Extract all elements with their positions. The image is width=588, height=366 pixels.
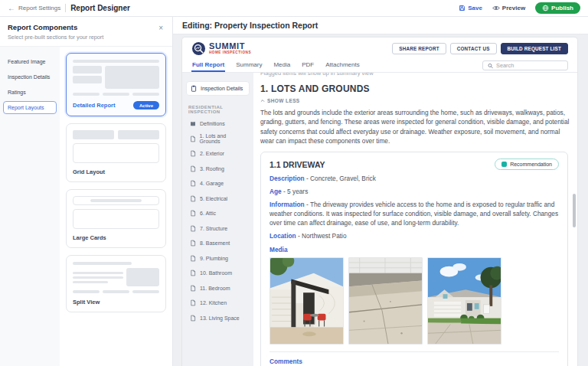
toc-item-exterior[interactable]: 2. Exterior — [186, 146, 250, 162]
tab-media[interactable]: Media — [273, 59, 291, 72]
recommendation-badge[interactable]: Recommendation — [495, 158, 559, 170]
editing-title: Editing: Property Inspection Report — [173, 17, 588, 34]
toc-item-attic[interactable]: 6. Attic — [186, 206, 250, 221]
toc-item-structure[interactable]: 7. Structure — [186, 221, 250, 237]
media-photo-driveway-surface[interactable] — [348, 257, 423, 345]
layout-card-large-cards[interactable]: Large Cards — [66, 189, 166, 248]
layout-label: Large Cards — [73, 234, 106, 241]
media-photo-front-porch[interactable] — [270, 257, 344, 345]
field-information: Information - The driveway provides vehi… — [270, 200, 559, 227]
toc-item-living-space[interactable]: 13. Living Space — [186, 311, 250, 326]
preview-button[interactable]: Preview — [492, 5, 525, 11]
toc-item-lots-and-grounds[interactable]: 1. Lots and Grounds — [186, 132, 250, 147]
search-input[interactable] — [496, 62, 563, 69]
toc-item-roofing[interactable]: 3. Roofing — [186, 162, 250, 177]
summit-logo-icon — [191, 41, 206, 56]
page-icon — [190, 270, 196, 276]
field-location: Location - Northwest Patio — [270, 231, 559, 240]
toc-item-basement[interactable]: 8. Basement — [186, 236, 250, 251]
build-request-list-button[interactable]: BUILD REQUEST LIST — [501, 43, 568, 54]
toc-item-electrical[interactable]: 5. Electrical — [186, 191, 250, 207]
page-icon — [190, 150, 196, 157]
components-panel-subtitle: Select pre-built sections for your repor… — [8, 34, 103, 41]
toc-item-kitchen[interactable]: 12. Kitchen — [186, 296, 250, 311]
layout-card-detailed-report[interactable]: Detailed Report Active — [66, 53, 166, 116]
clipboard-icon — [191, 85, 197, 92]
comments-divider — [270, 351, 559, 352]
media-photo-house-exterior[interactable] — [427, 257, 501, 345]
section-title: 1. LOTS AND GROUNDS — [260, 83, 570, 94]
toc-item-bathroom[interactable]: 10. Bathroom — [186, 266, 250, 281]
media-photos — [270, 257, 559, 345]
tab-summary[interactable]: Summary — [235, 59, 263, 72]
brand-tagline: HOME INSPECTIONS — [209, 51, 251, 55]
layout-preview-detailed — [73, 60, 159, 96]
section-description: The lots and grounds include the exterio… — [260, 108, 570, 145]
page-icon — [190, 315, 196, 322]
toc-section-header: RESIDENTIAL INSPECTION — [188, 105, 247, 114]
page-icon — [190, 225, 196, 232]
sidebar-item-report-layouts[interactable]: Report Layouts — [3, 101, 57, 114]
page-icon — [190, 240, 196, 247]
back-label: Report Settings — [18, 5, 60, 11]
comments-label: Comments — [270, 358, 559, 365]
search-icon — [488, 63, 493, 69]
publish-label: Publish — [551, 5, 573, 11]
save-button[interactable]: Save — [459, 5, 482, 11]
sidebar-item-ratings[interactable]: Ratings — [3, 86, 57, 99]
page-icon — [190, 136, 196, 142]
layout-label: Detailed Report — [73, 102, 115, 109]
toc-item-bedroom[interactable]: 11. Bedroom — [186, 281, 250, 296]
recommendation-swatch-icon — [501, 162, 507, 167]
report-content: Flagged items will show up in summary vi… — [253, 73, 577, 366]
page-icon — [190, 180, 196, 187]
publish-button[interactable]: Publish — [535, 2, 580, 14]
layout-preview-large — [73, 196, 159, 229]
report-scrollbar[interactable] — [573, 194, 576, 227]
page-icon — [190, 165, 196, 172]
media-label: Media — [270, 246, 559, 253]
contact-us-button[interactable]: CONTACT US — [450, 43, 497, 54]
toc-item-garage[interactable]: 4. Garage — [186, 176, 250, 191]
layout-card-grid-layout[interactable]: Grid Layout — [66, 123, 166, 182]
tab-attachments[interactable]: Attachments — [325, 59, 360, 72]
book-icon — [190, 121, 196, 127]
brand-name: SUMMIT — [209, 42, 251, 51]
toc-item-definitions[interactable]: Definitions — [186, 116, 250, 132]
globe-icon — [542, 5, 549, 11]
back-to-report-settings[interactable]: ← Report Settings — [8, 5, 60, 12]
active-badge: Active — [133, 101, 159, 109]
page-icon — [190, 210, 196, 217]
report-designer-app: ← Report Settings Report Designer Save P… — [0, 0, 588, 366]
topbar-divider — [65, 4, 66, 12]
report-components-panel: Report Components Select pre-built secti… — [0, 17, 173, 366]
toc-item-plumbing[interactable]: 9. Plumbing — [186, 251, 250, 266]
toc-item-inspection-details[interactable]: Inspection Details — [186, 81, 250, 96]
sidebar-item-featured-image[interactable]: Featured Image — [3, 55, 57, 68]
close-icon[interactable]: × — [157, 23, 165, 34]
components-nav: Featured Image Inspection Details Rating… — [0, 47, 60, 366]
topbar: ← Report Settings Report Designer Save P… — [0, 0, 588, 17]
field-age: Age - 5 years — [270, 187, 559, 196]
page-icon — [190, 285, 196, 292]
save-label: Save — [468, 5, 482, 11]
tab-full-report[interactable]: Full Report — [191, 59, 225, 72]
page-icon — [190, 299, 196, 306]
layout-cards-list: Detailed Report Active Grid Layout — [60, 47, 172, 366]
eye-icon — [492, 5, 500, 11]
layout-card-split-view[interactable]: Split View — [66, 255, 166, 312]
tab-pdf[interactable]: PDF — [301, 59, 315, 72]
sidebar-item-inspection-details[interactable]: Inspection Details — [3, 70, 57, 83]
layout-label: Grid Layout — [73, 168, 105, 175]
page-icon — [190, 255, 196, 262]
search-box — [482, 60, 568, 70]
share-report-button[interactable]: SHARE REPORT — [392, 43, 446, 54]
report-toc: Inspection Details RESIDENTIAL INSPECTIO… — [182, 73, 253, 366]
components-panel-title: Report Components — [8, 23, 103, 31]
field-description: Description - Concrete, Gravel, Brick — [270, 174, 559, 183]
editor-area: Editing: Property Inspection Report SUMM… — [173, 17, 588, 366]
preview-label: Preview — [502, 5, 525, 11]
report-preview-card: SUMMIT HOME INSPECTIONS SHARE REPORT CON… — [181, 37, 578, 366]
show-less-toggle[interactable]: SHOW LESS — [260, 98, 300, 103]
page-icon — [190, 195, 196, 202]
